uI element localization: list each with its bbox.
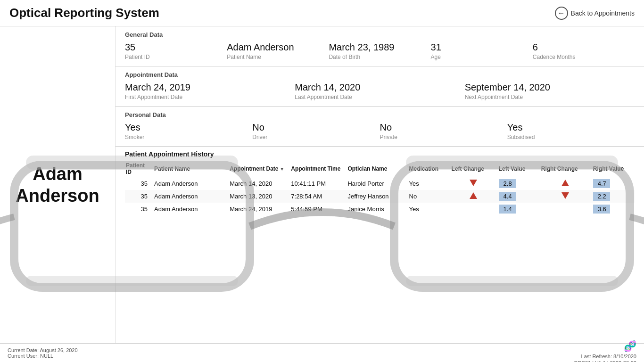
cell-appt-date: March 24, 2019 <box>229 203 290 215</box>
private-cell: No Private <box>380 122 507 140</box>
smoker-label: Smoker <box>125 134 252 140</box>
private-label: Private <box>380 134 507 140</box>
cell-right-change <box>540 177 592 190</box>
dob-cell: March 23, 1989 Date of Birth <box>329 42 430 60</box>
cell-left-change <box>451 190 498 203</box>
private-value: No <box>380 122 507 133</box>
cell-right-value: 3.6 <box>592 203 635 215</box>
app-title: Optical Reporting System <box>9 6 159 20</box>
dob-label: Date of Birth <box>329 54 430 60</box>
col-appt-time: Appointment Time <box>290 161 347 177</box>
cell-appt-date: March 13, 2020 <box>229 190 290 203</box>
cell-left-value: 2.8 <box>498 177 540 190</box>
cell-appt-time: 5:44:59 PM <box>290 203 347 215</box>
history-title: Patient Appointment History <box>125 150 635 158</box>
first-appt-label: First Appointment Date <box>125 94 295 100</box>
cell-patient-id: 35 <box>125 203 153 215</box>
patient-name-panel: Adam Anderson <box>0 26 116 344</box>
right-value-highlight: 4.7 <box>593 179 610 188</box>
history-table-body: 35 Adam Anderson March 14, 2020 10:41:11… <box>125 177 635 216</box>
col-left-change: Left Change <box>451 161 498 177</box>
cell-patient-id: 35 <box>125 190 153 203</box>
last-appt-value: March 14, 2020 <box>295 82 464 93</box>
cell-optician: Harold Porter <box>347 177 408 190</box>
table-row: 35 Adam Anderson March 24, 2019 5:44:59 … <box>125 203 635 215</box>
age-cell: 31 Age <box>431 42 533 60</box>
cell-right-value: 4.7 <box>592 177 635 190</box>
patient-name-label: Patient Name <box>227 54 329 60</box>
sort-icon: ▼ <box>280 167 284 172</box>
footer: Current Date: August 26, 2020 Current Us… <box>0 343 644 362</box>
subsidised-cell: Yes Subsidised <box>507 122 635 140</box>
age-value: 31 <box>431 42 533 53</box>
right-change-up-icon <box>561 180 569 186</box>
right-value-highlight: 3.6 <box>593 205 610 214</box>
cell-left-value: 4.4 <box>498 190 540 203</box>
current-user: Current User: NULL <box>8 353 78 359</box>
dna-icon: 🧬 <box>624 340 636 353</box>
back-to-appointments-button[interactable]: ← Back to Appointments <box>555 7 635 20</box>
cadence-value: 6 <box>533 42 635 53</box>
right-value-highlight: 2.2 <box>593 192 610 201</box>
driver-label: Driver <box>252 134 380 140</box>
cell-appt-date: March 14, 2020 <box>229 177 290 190</box>
age-label: Age <box>431 54 533 60</box>
cell-left-change <box>451 203 498 215</box>
general-data-title: General Data <box>125 31 635 38</box>
cell-right-change <box>540 190 592 203</box>
first-appt-cell: March 24, 2019 First Appointment Date <box>125 82 295 100</box>
col-right-value: Right Value <box>592 161 635 177</box>
left-value-highlight: 4.4 <box>499 192 516 201</box>
last-appt-cell: March 14, 2020 Last Appointment Date <box>295 82 464 100</box>
appointment-data-section: Appointment Data March 24, 2019 First Ap… <box>116 66 644 107</box>
table-row: 35 Adam Anderson March 13, 2020 7:28:54 … <box>125 190 635 203</box>
back-button-label: Back to Appointments <box>571 9 635 17</box>
last-refresh: Last Refresh: 8/10/2020 <box>581 354 636 359</box>
cell-medication: Yes <box>408 177 451 190</box>
left-value-highlight: 1.4 <box>499 205 516 214</box>
col-optician: Optician Name <box>347 161 408 177</box>
smoker-value: Yes <box>125 122 252 133</box>
right-change-down-icon <box>561 192 569 199</box>
cell-appt-time: 10:41:11 PM <box>290 177 347 190</box>
patient-id-cell: 35 Patient ID <box>125 42 227 60</box>
next-appt-label: Next Appointment Date <box>465 94 635 100</box>
patient-id-value: 35 <box>125 42 227 53</box>
left-change-down-icon <box>470 180 477 186</box>
left-value-highlight: 2.8 <box>499 179 516 188</box>
patient-name-value: Adam Anderson <box>227 42 329 53</box>
cell-left-change <box>451 177 498 190</box>
cell-medication: Yes <box>408 203 451 215</box>
next-appt-value: September 14, 2020 <box>465 82 635 93</box>
cell-right-change <box>540 203 592 215</box>
driver-cell: No Driver <box>252 122 380 140</box>
current-date: Current Date: August 26, 2020 <box>8 347 78 353</box>
footer-right: 🧬 Last Refresh: 8/10/2020 ORS01 | V1.1 |… <box>574 340 636 362</box>
subsidised-label: Subsidised <box>507 134 635 140</box>
cell-patient-name: Adam Anderson <box>153 177 229 190</box>
version-info: ORS01 | V1.1 | 2020-08-03 <box>574 360 636 362</box>
cell-patient-id: 35 <box>125 177 153 190</box>
last-appt-label: Last Appointment Date <box>295 94 464 100</box>
first-appt-value: March 24, 2019 <box>125 82 295 93</box>
smoker-cell: Yes Smoker <box>125 122 252 140</box>
patient-name-cell: Adam Anderson Patient Name <box>227 42 329 60</box>
driver-value: No <box>252 122 380 133</box>
col-left-value: Left Value <box>498 161 540 177</box>
table-row: 35 Adam Anderson March 14, 2020 10:41:11… <box>125 177 635 190</box>
appointment-data-title: Appointment Data <box>125 71 635 78</box>
patient-name-large: Adam Anderson <box>16 164 99 206</box>
subsidised-value: Yes <box>507 122 635 133</box>
history-section: Patient Appointment History Patient ID P… <box>116 147 644 219</box>
col-patient-name: Patient Name <box>153 161 229 177</box>
cell-patient-name: Adam Anderson <box>153 190 229 203</box>
cell-appt-time: 7:28:54 AM <box>290 190 347 203</box>
cadence-label: Cadence Months <box>533 54 635 60</box>
col-appt-date: Appointment Date ▼ <box>229 161 290 177</box>
next-appt-cell: September 14, 2020 Next Appointment Date <box>465 82 635 100</box>
cadence-cell: 6 Cadence Months <box>533 42 635 60</box>
col-patient-id: Patient ID <box>125 161 153 177</box>
back-arrow-icon: ← <box>555 7 568 20</box>
cell-right-value: 2.2 <box>592 190 635 203</box>
personal-data-title: Personal Data <box>125 111 635 118</box>
